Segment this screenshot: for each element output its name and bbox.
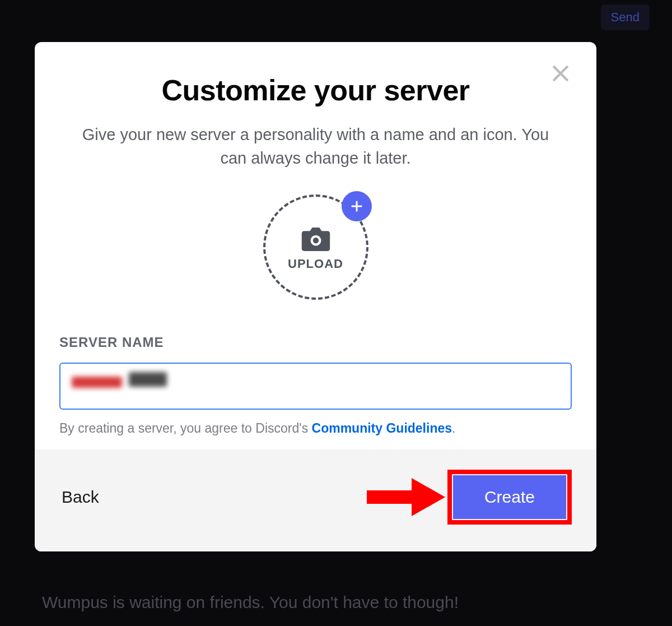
community-guidelines-link[interactable]: Community Guidelines: [312, 421, 452, 435]
background-wumpus-text: Wumpus is waiting on friends. You don't …: [42, 593, 459, 612]
create-button[interactable]: Create: [453, 475, 566, 519]
annotation-highlight-box: Create: [447, 470, 572, 525]
plus-icon: [349, 198, 365, 214]
server-name-label: SERVER NAME: [59, 335, 572, 350]
terms-prefix: By creating a server, you agree to Disco…: [59, 421, 312, 435]
annotation-arrow-icon: [367, 475, 445, 520]
background-send-button: Send: [601, 4, 650, 30]
back-button[interactable]: Back: [59, 483, 101, 511]
customize-server-modal: Customize your server Give your new serv…: [35, 42, 596, 551]
modal-title: Customize your server: [161, 73, 469, 107]
plus-badge: [342, 191, 372, 221]
upload-icon-button[interactable]: UPLOAD: [263, 194, 368, 300]
close-button[interactable]: [548, 61, 573, 86]
terms-text: By creating a server, you agree to Disco…: [59, 421, 572, 436]
server-name-section: SERVER NAME By creating a server, you ag…: [59, 335, 572, 436]
terms-suffix: .: [452, 421, 455, 435]
server-name-input[interactable]: [59, 363, 572, 410]
modal-footer: Back Create: [35, 449, 596, 551]
modal-subtitle: Give your new server a personality with …: [69, 123, 562, 170]
modal-body: Customize your server Give your new serv…: [35, 42, 596, 449]
close-icon: [549, 62, 572, 85]
